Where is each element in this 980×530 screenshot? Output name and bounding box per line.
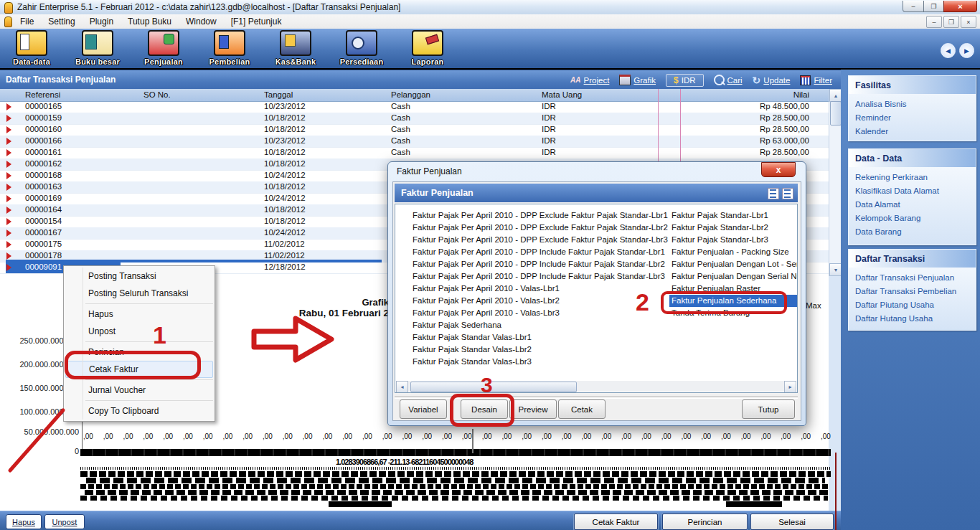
sidebar-item-analisa-bisnis[interactable]: Analisa Bisnis	[855, 98, 976, 111]
template-item[interactable]: Faktur Pajak Sederhana	[413, 319, 668, 331]
table-row[interactable]: 0000016010/18/2012CashIDRRp 28.500,00	[0, 124, 829, 136]
sidebar-item-klasifikasi-data-alamat[interactable]: Klasifikasi Data Alamat	[855, 184, 976, 198]
column-header-tanggal[interactable]: Tanggal	[264, 90, 293, 99]
scroll-right-icon[interactable]: ▸	[784, 381, 796, 393]
column-header-pelanggan[interactable]: Pelanggan	[391, 90, 430, 99]
menu-setting[interactable]: Setting	[48, 16, 75, 27]
cell-tanggal: 11/02/2012	[264, 240, 305, 248]
context-menu-item-posting-transaksi[interactable]: Posting Transaksi	[64, 268, 215, 285]
context-menu-item-posting-seluruh-transaksi[interactable]: Posting Seluruh Transaksi	[64, 285, 215, 302]
cell-tanggal: 10/24/2012	[264, 228, 306, 237]
mdi-restore-button[interactable]: ❐	[943, 16, 959, 28]
header-action-project[interactable]: AAProject	[570, 76, 609, 85]
sidebar-item-data-barang[interactable]: Data Barang	[855, 225, 976, 239]
template-item[interactable]: Faktur Pajak Standar Valas-Lbr3	[413, 356, 668, 368]
toolbar-item-kas-bank[interactable]: Kas&Bank	[268, 30, 323, 66]
tutup-button[interactable]: Tutup	[742, 399, 795, 419]
list-hscrollbar[interactable]: ◂ ▸	[396, 381, 796, 392]
context-menu-item-hapus[interactable]: Hapus	[64, 306, 215, 323]
toolbar-item-laporan[interactable]: Laporan	[400, 30, 455, 66]
template-item[interactable]: Faktur Pajak Per April 2010 - DPP Exclud…	[413, 222, 668, 234]
row-marker-icon	[6, 241, 11, 248]
template-item[interactable]: Faktur Penjualan Dengan Serial Nur	[672, 270, 798, 283]
header-action-idr[interactable]: $IDR	[666, 74, 704, 87]
template-item[interactable]: Faktur Pajak Standar-Lbr2	[672, 222, 798, 234]
table-row[interactable]: 0000016610/23/2012CashIDRRp 63.000,00	[0, 136, 829, 148]
hscrollbar-thumb[interactable]	[410, 382, 577, 392]
minimize-button[interactable]: –	[903, 1, 924, 12]
cetak-faktur-button[interactable]: Cetak Faktur	[574, 514, 658, 530]
template-item[interactable]: Faktur Pajak Per April 2010 - Valas-Lbr1	[413, 283, 668, 295]
template-item[interactable]: Faktur Pajak Per April 2010 - DPP Includ…	[413, 258, 668, 270]
chart-x-label: ,00	[462, 432, 472, 440]
column-header-mata-uang[interactable]: Mata Uang	[542, 90, 582, 99]
unpost-button[interactable]: Unpost	[44, 514, 85, 529]
menu-f1-petunjuk[interactable]: [F1] Petunjuk	[231, 16, 282, 27]
toolbar-item-pembelian[interactable]: Pembelian	[202, 30, 257, 66]
template-item[interactable]: Faktur Pajak Per April 2010 - DPP Includ…	[413, 246, 668, 258]
context-menu-item-copy-to-clipboard[interactable]: Copy To Clipboard	[64, 402, 215, 420]
sidebar-item-kelompok-barang[interactable]: Kelompok Barang	[855, 212, 976, 225]
mdi-close-button[interactable]: ×	[961, 16, 976, 28]
selesai-button[interactable]: Selesai	[750, 514, 834, 530]
preview-button[interactable]: Preview	[509, 399, 557, 419]
template-item[interactable]: Faktur Pajak Per April 2010 - Valas-Lbr2	[413, 295, 668, 307]
sidebar-item-daftar-transaksi-penjualan[interactable]: Daftar Transaksi Penjualan	[855, 271, 976, 285]
column-header-nilai[interactable]: Nilai	[793, 90, 809, 99]
table-row[interactable]: 0000016510/23/2012CashIDRRp 48.500,00	[0, 101, 829, 113]
menu-plugin[interactable]: Plugin	[90, 16, 113, 27]
dialog-close-button[interactable]: x	[761, 162, 796, 177]
template-item[interactable]: Faktur Pajak Standar Valas-Lbr2	[413, 344, 668, 356]
scroll-left-icon[interactable]: ◂	[396, 381, 408, 393]
sidebar-item-daftar-piutang-usaha[interactable]: Daftar Piutang Usaha	[855, 298, 976, 312]
maximize-button[interactable]: ❐	[923, 1, 944, 12]
menu-separator	[85, 303, 213, 304]
table-row[interactable]: 0000016110/18/2012CashIDRRp 28.500,00	[0, 147, 829, 159]
column-header-so-no[interactable]: SO No.	[143, 90, 171, 99]
nav-forward-button[interactable]: ▶	[959, 43, 974, 58]
sort-icon[interactable]	[768, 188, 779, 199]
sidebar-item-rekening-perkiraan[interactable]: Rekening Perkiraan	[855, 171, 976, 184]
mdi-minimize-button[interactable]: –	[926, 16, 942, 28]
header-action-filter[interactable]: Filter	[800, 75, 832, 85]
scrollbar-thumb[interactable]	[830, 101, 842, 126]
perincian-button[interactable]: Perincian	[662, 514, 748, 530]
table-row[interactable]: 0000015910/18/2012CashIDRRp 28.500,00	[0, 113, 829, 125]
template-item[interactable]: Faktur Pajak Per April 2010 - DPP Exclud…	[413, 209, 668, 222]
table-scrollbar[interactable]: ▲ ▼	[829, 89, 842, 276]
template-item[interactable]: Faktur Pajak Per April 2010 - DPP Includ…	[413, 270, 668, 283]
variabel-button[interactable]: Variabel	[400, 399, 447, 419]
template-item[interactable]: Faktur Pajak Per April 2010 - Valas-Lbr3	[413, 307, 668, 319]
menu-file[interactable]: File	[20, 16, 34, 27]
cetak-button[interactable]: Cetak	[558, 399, 606, 419]
hapus-button[interactable]: Hapus	[6, 514, 42, 529]
nav-back-button[interactable]: ◀	[941, 43, 956, 58]
sidebar-item-reminder[interactable]: Reminder	[855, 111, 976, 125]
context-menu-item-jurnal-voucher[interactable]: Jurnal Voucher	[64, 382, 215, 399]
sidebar-item-kalender[interactable]: Kalender	[855, 125, 976, 138]
menu-window[interactable]: Window	[186, 16, 217, 27]
toolbar-item-label: Buku besar	[75, 57, 120, 66]
header-action-cari[interactable]: Cari	[714, 75, 743, 85]
toolbar-item-data-data[interactable]: Data-data	[4, 30, 59, 66]
toolbar-item-buku-besar[interactable]: Buku besar	[70, 30, 125, 66]
template-item[interactable]: Faktur Pajak Per April 2010 - DPP Exclud…	[413, 234, 668, 246]
list-view-icon[interactable]	[782, 188, 793, 199]
cell-tanggal: 10/18/2012	[264, 125, 306, 133]
header-action-update[interactable]: ↻Update	[753, 76, 791, 85]
toolbar-item-persediaan[interactable]: Persediaan	[334, 30, 389, 66]
toolbar-item-penjualan[interactable]: Penjualan	[136, 30, 191, 66]
template-item[interactable]: Faktur Penjualan - Packing Size	[672, 246, 798, 258]
template-item[interactable]: Faktur Pajak Standar Valas-Lbr1	[413, 331, 668, 344]
context-menu-item-unpost[interactable]: Unpost	[64, 323, 215, 340]
sidebar-item-daftar-hutang-usaha[interactable]: Daftar Hutang Usaha	[855, 312, 976, 326]
column-header-referensi[interactable]: Referensi	[25, 90, 60, 99]
template-item[interactable]: Faktur Penjualan Dengan Lot - Seri	[672, 258, 798, 270]
header-action-grafik[interactable]: Grafik	[619, 75, 656, 85]
template-item[interactable]: Faktur Pajak Standar-Lbr3	[672, 234, 798, 246]
sidebar-item-daftar-transaksi-pembelian[interactable]: Daftar Transaksi Pembelian	[855, 285, 976, 298]
sidebar-item-data-alamat[interactable]: Data Alamat	[855, 198, 976, 212]
close-button[interactable]: ×	[943, 1, 977, 12]
template-item[interactable]: Faktur Pajak Standar-Lbr1	[672, 209, 798, 222]
menu-tutup-buku[interactable]: Tutup Buku	[128, 16, 171, 27]
